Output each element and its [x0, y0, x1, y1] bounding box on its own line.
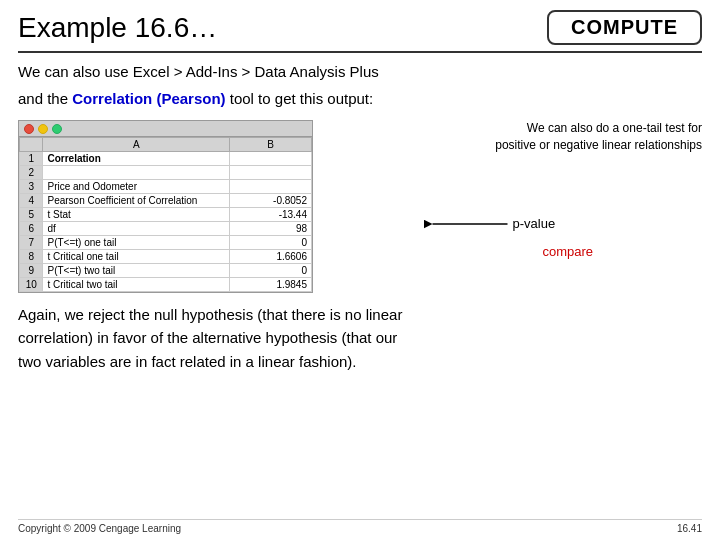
table-row: 4Pearson Coefficient of Correlation-0.80… — [20, 194, 312, 208]
page-title: Example 16.6… — [18, 12, 217, 44]
mac-minimize-btn[interactable] — [38, 124, 48, 134]
annotation-text: We can also do a one-tail test for posit… — [323, 120, 702, 154]
col-header-b: B — [230, 138, 312, 152]
correlation-link: Correlation (Pearson) — [72, 90, 225, 107]
table-row: 10t Critical two tail1.9845 — [20, 278, 312, 292]
table-row: 3Price and Odometer — [20, 180, 312, 194]
table-row: 6df98 — [20, 222, 312, 236]
row-num: 1 — [20, 152, 43, 166]
intro-line1: We can also use Excel > Add-Ins > Data A… — [18, 61, 702, 84]
copyright-text: Copyright © 2009 Cengage Learning — [18, 523, 181, 534]
row-col-b — [230, 180, 312, 194]
table-row: 9P(T<=t) two tail0 — [20, 264, 312, 278]
bottom-text: Again, we reject the null hypothesis (th… — [18, 303, 702, 373]
row-col-a: Correlation — [43, 152, 230, 166]
row-num: 8 — [20, 250, 43, 264]
row-col-a — [43, 166, 230, 180]
content-area: A B 1Correlation23Price and Odometer4Pea… — [18, 120, 702, 293]
page-number: 16.41 — [677, 523, 702, 534]
row-col-a: t Stat — [43, 208, 230, 222]
row-num: 7 — [20, 236, 43, 250]
page-footer: Copyright © 2009 Cengage Learning 16.41 — [18, 519, 702, 534]
row-col-b: 0 — [230, 236, 312, 250]
row-col-a: t Critical two tail — [43, 278, 230, 292]
row-col-b: 1.6606 — [230, 250, 312, 264]
col-header-a: A — [43, 138, 230, 152]
row-num: 10 — [20, 278, 43, 292]
row-num: 3 — [20, 180, 43, 194]
row-col-b — [230, 166, 312, 180]
mac-maximize-btn[interactable] — [52, 124, 62, 134]
row-num: 9 — [20, 264, 43, 278]
excel-table-wrapper: A B 1Correlation23Price and Odometer4Pea… — [18, 120, 313, 293]
row-col-b: -13.44 — [230, 208, 312, 222]
intro-line2: and the Correlation (Pearson) tool to ge… — [18, 88, 702, 111]
row-num: 2 — [20, 166, 43, 180]
p-arrow-container: p-value compare — [323, 184, 702, 264]
row-col-a: t Critical one tail — [43, 250, 230, 264]
table-row: 5t Stat-13.44 — [20, 208, 312, 222]
page-header: Example 16.6… COMPUTE — [18, 10, 702, 53]
row-col-a: Price and Odometer — [43, 180, 230, 194]
excel-table: A B 1Correlation23Price and Odometer4Pea… — [18, 136, 313, 293]
mac-close-btn[interactable] — [24, 124, 34, 134]
table-row: 8t Critical one tail1.6606 — [20, 250, 312, 264]
row-col-b: 1.9845 — [230, 278, 312, 292]
row-col-b — [230, 152, 312, 166]
annotation-container: We can also do a one-tail test for posit… — [323, 120, 702, 293]
row-col-a: Pearson Coefficient of Correlation — [43, 194, 230, 208]
row-num: 4 — [20, 194, 43, 208]
row-col-a: P(T<=t) one tail — [43, 236, 230, 250]
compute-button[interactable]: COMPUTE — [547, 10, 702, 45]
col-header-empty — [20, 138, 43, 152]
svg-text:p-value: p-value — [513, 216, 556, 231]
table-row: 1Correlation — [20, 152, 312, 166]
row-col-a: df — [43, 222, 230, 236]
row-col-a: P(T<=t) two tail — [43, 264, 230, 278]
table-row: 7P(T<=t) one tail0 — [20, 236, 312, 250]
svg-text:compare: compare — [543, 244, 594, 259]
row-num: 5 — [20, 208, 43, 222]
table-row: 2 — [20, 166, 312, 180]
row-num: 6 — [20, 222, 43, 236]
arrow-svg: p-value compare — [323, 184, 702, 264]
mac-titlebar — [18, 120, 313, 136]
row-col-b: -0.8052 — [230, 194, 312, 208]
row-col-b: 0 — [230, 264, 312, 278]
row-col-b: 98 — [230, 222, 312, 236]
